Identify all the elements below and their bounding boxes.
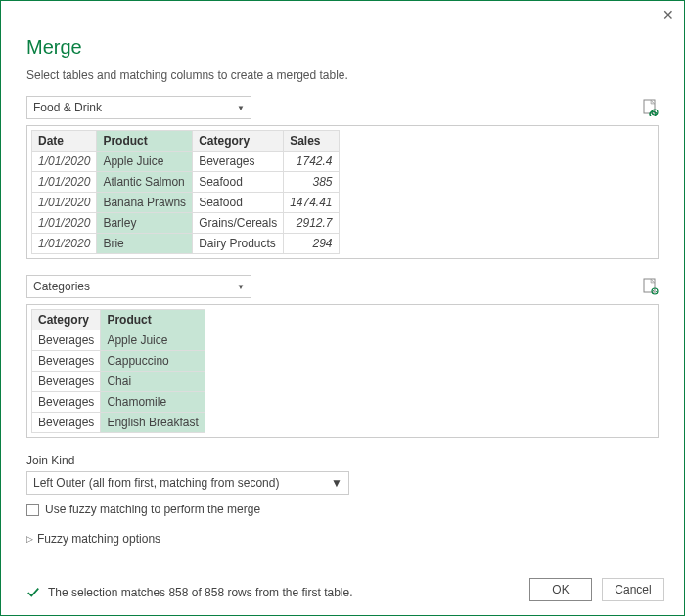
table-cell[interactable]: 1/01/2020: [32, 152, 97, 172]
checkmark-icon: [26, 586, 40, 599]
preview-page-icon[interactable]: [643, 278, 659, 295]
table-cell[interactable]: 385: [284, 172, 339, 193]
table-cell[interactable]: Grains/Cereals: [193, 213, 284, 234]
table-cell[interactable]: 1/01/2020: [32, 172, 97, 193]
table1-dropdown[interactable]: Food & Drink ▼: [26, 96, 251, 119]
cancel-button[interactable]: Cancel: [602, 578, 664, 601]
table1-selector-row: Food & Drink ▼: [26, 96, 659, 119]
table1-preview: DateProductCategorySales 1/01/2020Apple …: [26, 125, 659, 259]
join-kind-value: Left Outer (all from first, matching fro…: [33, 476, 279, 490]
table-row[interactable]: 1/01/2020BarleyGrains/Cereals2912.7: [32, 213, 340, 234]
dialog-title: Merge: [26, 36, 659, 59]
fuzzy-checkbox-label: Use fuzzy matching to perform the merge: [45, 503, 260, 516]
table-row[interactable]: BeveragesChai: [32, 372, 206, 392]
table-row[interactable]: 1/01/2020Atlantic SalmonSeafood385: [32, 172, 340, 193]
chevron-down-icon: ▼: [331, 476, 342, 490]
chevron-down-icon: ▼: [237, 104, 245, 112]
footer-buttons: OK Cancel: [529, 578, 664, 601]
preview-page-icon[interactable]: [643, 99, 659, 116]
table-cell[interactable]: Seafood: [193, 172, 284, 193]
table-row[interactable]: BeveragesEnglish Breakfast: [32, 413, 206, 433]
table-cell[interactable]: 1/01/2020: [32, 193, 97, 213]
column-header[interactable]: Category: [193, 131, 284, 152]
table-row[interactable]: BeveragesApple Juice: [32, 330, 206, 351]
table2-dropdown[interactable]: Categories ▼: [26, 275, 251, 298]
table-cell[interactable]: Chai: [101, 372, 205, 392]
join-kind-dropdown[interactable]: Left Outer (all from first, matching fro…: [26, 471, 349, 495]
table-cell[interactable]: English Breakfast: [101, 413, 205, 433]
fuzzy-options-expander[interactable]: ▷ Fuzzy matching options: [26, 532, 659, 546]
table-cell[interactable]: Brie: [97, 234, 193, 254]
table-cell[interactable]: Beverages: [32, 392, 101, 413]
chevron-down-icon: ▼: [237, 283, 245, 291]
table-cell[interactable]: 1/01/2020: [32, 234, 97, 254]
table-cell[interactable]: 2912.7: [284, 213, 339, 234]
chevron-right-icon: ▷: [26, 534, 33, 544]
table-cell[interactable]: Beverages: [32, 372, 101, 392]
merge-dialog: ✕ Merge Select tables and matching colum…: [0, 0, 685, 616]
column-header[interactable]: Date: [32, 131, 97, 152]
fuzzy-checkbox[interactable]: [26, 504, 39, 516]
dialog-content: Merge Select tables and matching columns…: [1, 1, 684, 546]
table-cell[interactable]: Cappuccino: [101, 351, 205, 372]
table-cell[interactable]: 294: [284, 234, 339, 254]
table-cell[interactable]: Beverages: [32, 351, 101, 372]
table-cell[interactable]: Beverages: [32, 330, 101, 351]
table-cell[interactable]: Seafood: [193, 193, 284, 213]
table2-grid[interactable]: CategoryProduct BeveragesApple JuiceBeve…: [31, 309, 206, 433]
table-row[interactable]: 1/01/2020Banana PrawnsSeafood1474.41: [32, 193, 340, 213]
ok-button[interactable]: OK: [529, 578, 592, 601]
table-cell[interactable]: 1474.41: [284, 193, 339, 213]
table2-dropdown-label: Categories: [33, 280, 90, 293]
column-header[interactable]: Sales: [284, 131, 339, 152]
column-header[interactable]: Category: [32, 310, 101, 330]
table2-selector-row: Categories ▼: [26, 275, 659, 298]
table1-grid[interactable]: DateProductCategorySales 1/01/2020Apple …: [31, 130, 340, 254]
column-header[interactable]: Product: [97, 131, 193, 152]
table-cell[interactable]: Chamomile: [101, 392, 205, 413]
join-kind-label: Join Kind: [26, 454, 659, 467]
fuzzy-checkbox-row: Use fuzzy matching to perform the merge: [26, 503, 659, 516]
table2-preview: CategoryProduct BeveragesApple JuiceBeve…: [26, 304, 659, 438]
close-button[interactable]: ✕: [662, 7, 674, 22]
table-cell[interactable]: Dairy Products: [193, 234, 284, 254]
column-header[interactable]: Product: [101, 310, 205, 330]
table-cell[interactable]: Barley: [97, 213, 193, 234]
table1-dropdown-label: Food & Drink: [33, 101, 102, 114]
status-text: The selection matches 858 of 858 rows fr…: [48, 586, 352, 599]
table-row[interactable]: BeveragesCappuccino: [32, 351, 206, 372]
table-cell[interactable]: Beverages: [32, 413, 101, 433]
table-row[interactable]: 1/01/2020BrieDairy Products294: [32, 234, 340, 254]
table-row[interactable]: 1/01/2020Apple JuiceBeverages1742.4: [32, 152, 340, 172]
table-cell[interactable]: Apple Juice: [101, 330, 205, 351]
dialog-subtitle: Select tables and matching columns to cr…: [26, 68, 659, 82]
status-row: The selection matches 858 of 858 rows fr…: [26, 586, 352, 599]
table-cell[interactable]: Apple Juice: [97, 152, 193, 172]
table-row[interactable]: BeveragesChamomile: [32, 392, 206, 413]
fuzzy-options-label: Fuzzy matching options: [37, 532, 160, 546]
table-cell[interactable]: Banana Prawns: [97, 193, 193, 213]
table-cell[interactable]: 1/01/2020: [32, 213, 97, 234]
table-cell[interactable]: Atlantic Salmon: [97, 172, 193, 193]
table-cell[interactable]: Beverages: [193, 152, 284, 172]
table-cell[interactable]: 1742.4: [284, 152, 339, 172]
